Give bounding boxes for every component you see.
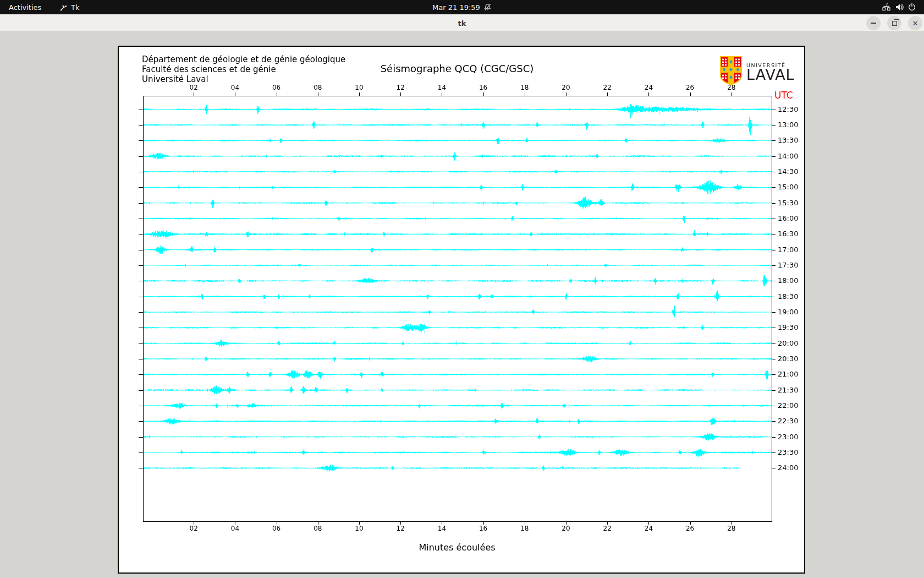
seismogram-plot <box>119 47 804 572</box>
time-label: 22:30 <box>778 417 798 425</box>
notifications-muted-icon <box>483 3 492 12</box>
time-label: 18:30 <box>778 292 798 301</box>
x-tick-label-top: 24 <box>645 84 653 91</box>
x-tick-label-bottom: 20 <box>562 525 570 532</box>
x-tick-label-top: 14 <box>438 84 446 91</box>
svg-text:?: ? <box>886 3 888 8</box>
time-label: 23:00 <box>778 433 798 441</box>
time-label: 15:00 <box>778 183 798 191</box>
universite-laval-logo: UNIVERSITÉ LAVAL <box>719 56 795 88</box>
time-label: 22:00 <box>778 401 798 410</box>
x-tick-label-bottom: 16 <box>479 525 487 532</box>
network-icon: ? <box>882 3 892 12</box>
x-tick-label-top: 20 <box>562 84 570 91</box>
minimize-button[interactable] <box>866 16 881 30</box>
laval-shield-icon <box>719 56 743 88</box>
utc-label: UTC <box>774 90 793 101</box>
time-label: 15:30 <box>778 199 798 207</box>
x-tick-label-top: 10 <box>355 84 363 91</box>
plot-title: Séismographe QCQ (CGC/GSC) <box>381 63 534 74</box>
x-tick-label-top: 16 <box>479 84 487 91</box>
time-label: 19:30 <box>778 323 798 331</box>
x-tick-label-top: 26 <box>686 84 694 91</box>
x-tick-label-bottom: 10 <box>355 525 363 532</box>
close-button[interactable]: ✕ <box>908 16 922 30</box>
x-tick-label-top: 08 <box>314 84 322 91</box>
time-label: 20:00 <box>778 339 798 347</box>
seismograph-canvas: Département de géologie et de génie géol… <box>118 46 805 574</box>
power-icon <box>908 3 916 12</box>
tk-app-icon <box>59 3 68 12</box>
x-tick-label-top: 02 <box>190 84 198 91</box>
institution-header: Département de géologie et de génie géol… <box>142 54 345 84</box>
header-line-3: Université Laval <box>142 74 345 84</box>
time-label: 13:30 <box>778 136 798 144</box>
x-tick-label-bottom: 08 <box>314 525 322 532</box>
x-tick-label-bottom: 04 <box>231 525 239 532</box>
volume-icon <box>895 3 904 12</box>
time-label: 23:30 <box>778 448 798 456</box>
time-label: 20:30 <box>778 355 798 363</box>
time-label: 12:30 <box>778 105 798 113</box>
focused-app-menu[interactable]: Tk <box>59 0 79 14</box>
clock-menu[interactable]: Mar 21 19:59 <box>432 0 492 14</box>
laval-logo-text: UNIVERSITÉ LAVAL <box>746 62 795 81</box>
activities-button[interactable]: Activities <box>9 0 41 14</box>
header-line-1: Département de géologie et de génie géol… <box>142 54 345 64</box>
window-title: tk <box>0 14 924 32</box>
time-label: 17:30 <box>778 261 798 269</box>
maximize-button[interactable] <box>887 16 901 30</box>
x-tick-label-top: 18 <box>520 84 529 91</box>
time-label: 16:30 <box>778 230 798 238</box>
x-tick-label-bottom: 12 <box>397 525 405 532</box>
x-tick-label-top: 04 <box>231 84 239 91</box>
activities-label: Activities <box>9 3 41 12</box>
time-label: 14:00 <box>778 152 798 160</box>
desktop: Activities Tk Mar 21 19:59 <box>0 0 924 578</box>
time-label: 14:30 <box>778 167 798 176</box>
x-tick-label-top: 12 <box>397 84 405 91</box>
time-label: 13:00 <box>778 121 798 129</box>
x-tick-label-top: 06 <box>272 84 280 91</box>
x-tick-label-bottom: 18 <box>520 525 529 532</box>
x-tick-label-bottom: 02 <box>190 525 198 532</box>
focused-app-label: Tk <box>71 3 79 12</box>
logo-laval-label: LAVAL <box>746 68 795 81</box>
time-label: 16:00 <box>778 214 798 222</box>
x-tick-label-bottom: 26 <box>686 525 694 532</box>
x-tick-label-bottom: 24 <box>645 525 653 532</box>
clock-label: Mar 21 19:59 <box>432 3 480 12</box>
x-tick-label-bottom: 06 <box>272 525 280 532</box>
time-label: 19:00 <box>778 308 798 316</box>
x-axis-title: Minutes écoulées <box>419 542 495 553</box>
window-title-bar[interactable]: tk <box>0 14 924 32</box>
x-tick-label-bottom: 14 <box>438 525 446 532</box>
gnome-top-bar: Activities Tk Mar 21 19:59 <box>0 0 924 14</box>
x-tick-label-top: 22 <box>603 84 612 91</box>
x-tick-label-top: 28 <box>727 84 735 91</box>
system-status-area[interactable]: ? <box>882 0 916 14</box>
x-tick-label-bottom: 22 <box>603 525 612 532</box>
time-label: 24:00 <box>778 464 798 472</box>
header-line-2: Faculté des sciences et de génie <box>142 64 345 74</box>
time-label: 21:30 <box>778 386 798 394</box>
x-tick-label-bottom: 28 <box>727 525 735 532</box>
time-label: 21:00 <box>778 370 798 378</box>
time-label: 18:00 <box>778 276 798 285</box>
time-label: 17:00 <box>778 246 798 254</box>
